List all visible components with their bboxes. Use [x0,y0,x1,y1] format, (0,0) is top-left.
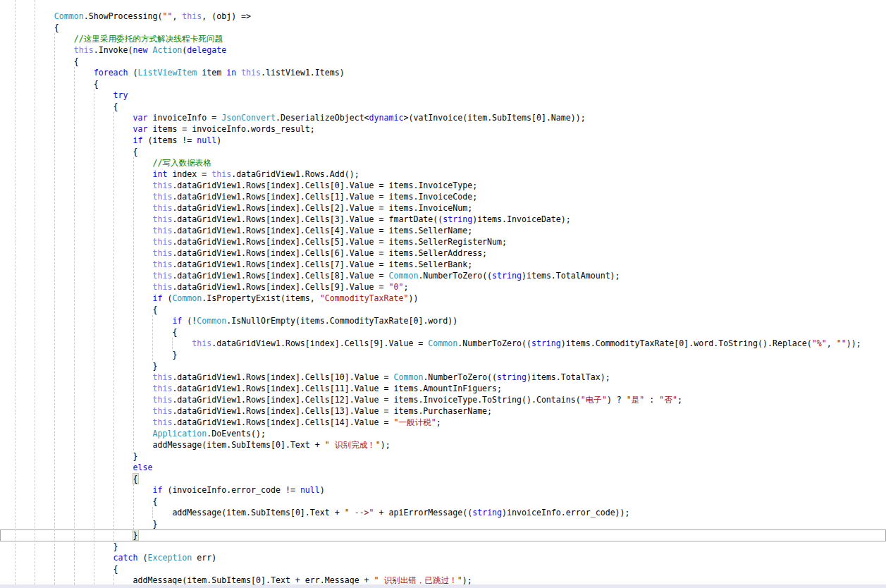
code-line: this.dataGridView1.Rows[index].Cells[2].… [15,202,472,214]
code-line: { [15,78,99,90]
code-line: { [15,563,118,575]
code-line: try [15,90,128,101]
code-line: { [15,304,157,315]
bottom-strip [0,584,886,588]
code-line: //这里采用委托的方式解决线程卡死问题 [15,33,223,44]
code-line: this.dataGridView1.Rows[index].Cells[9].… [15,281,408,293]
code-line: } [15,451,138,462]
code-line: //写入数据表格 [15,157,211,169]
code-line: { [15,473,138,484]
code-line: { [15,146,138,157]
code-line: if (Common.IsPropertyExist(items, "Commo… [15,293,418,304]
code-line: this.Invoke(new Action(delegate [15,44,226,56]
code-line: } [15,349,177,360]
code-line: addMessage(item.SubItems[0].Text + " -->… [15,507,630,518]
code-line: this.dataGridView1.Rows[index].Cells[9].… [15,338,861,349]
code-line: this.dataGridView1.Rows[index].Cells[10]… [15,372,610,383]
code-line: catch (Exception err) [15,552,216,563]
code-line: foreach (ListViewItem item in this.listV… [15,67,345,78]
code-line: if (!Common.IsNullOrEmpty(items.Commodit… [15,315,457,326]
code-line: Application.DoEvents(); [15,428,266,439]
code-line: this.dataGridView1.Rows[index].Cells[7].… [15,259,472,270]
code-line: { [15,496,157,507]
code-line: this.dataGridView1.Rows[index].Cells[5].… [15,236,507,247]
code-line: } [15,518,157,529]
code-editor[interactable]: Common.ShowProcessing("", this, (obj) =>… [0,0,886,588]
code-line: } [15,529,138,541]
code-line: this.dataGridView1.Rows[index].Cells[0].… [15,180,477,191]
code-line: { [15,326,177,338]
code-line: this.dataGridView1.Rows[index].Cells[6].… [15,247,487,259]
code-line: this.dataGridView1.Rows[index].Cells[1].… [15,191,477,202]
code-line: Common.ShowProcessing("", this, (obj) => [15,11,251,22]
code-line: this.dataGridView1.Rows[index].Cells[14]… [15,417,441,428]
code-line: this.dataGridView1.Rows[index].Cells[11]… [15,383,502,394]
code-line: var invoiceInfo = JsonConvert.Deserializ… [15,112,586,123]
code-line: int index = this.dataGridView1.Rows.Add(… [15,169,359,180]
code-line: this.dataGridView1.Rows[index].Cells[4].… [15,225,472,236]
code-line: if (invoiceInfo.error_code != null) [15,484,325,496]
code-line: this.dataGridView1.Rows[index].Cells[8].… [15,270,620,281]
code-line: { [15,101,118,112]
code-line: addMessage(item.SubItems[0].Text + " 识别完… [15,439,390,451]
code-line: var items = invoiceInfo.words_result; [15,123,315,135]
code-line: this.dataGridView1.Rows[index].Cells[12]… [15,394,682,405]
code-line: { [15,56,79,67]
code-line: this.dataGridView1.Rows[index].Cells[13]… [15,405,492,417]
code-line: } [15,360,157,372]
code-line: else [15,462,152,473]
code-line: } [15,541,118,552]
code-line: { [15,22,59,33]
code-line: if (items != null) [15,135,221,146]
code-line: this.dataGridView1.Rows[index].Cells[3].… [15,214,571,225]
